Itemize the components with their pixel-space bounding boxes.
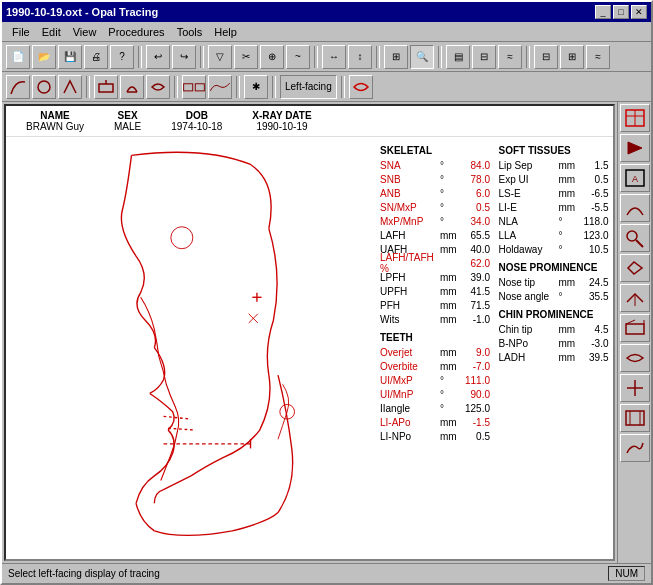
tool6[interactable]: ⊞ [384,45,408,69]
chin-title: CHIN PROMINENCE [499,309,610,320]
sidebar-btn-10[interactable] [620,374,650,402]
nose-title: NOSE PROMINENCE [499,262,610,273]
menu-edit[interactable]: Edit [36,24,67,40]
tool2[interactable]: ⊕ [260,45,284,69]
toolbar-2: ✱ Left-facing [2,72,651,102]
help-button[interactable]: ? [110,45,134,69]
trace-btn7[interactable] [182,75,206,99]
sex-label: SEX [118,110,138,121]
trace-btn8[interactable] [208,75,232,99]
measurement-unit: ° [440,216,460,227]
trace-btn5[interactable] [120,75,144,99]
trace-btn1[interactable] [6,75,30,99]
measurement-name: UPFH [380,286,440,297]
sidebar-btn-7[interactable] [620,284,650,312]
sidebar-btn-11[interactable] [620,404,650,432]
tool7[interactable]: ▤ [446,45,470,69]
measurement-name: MxP/MnP [380,216,440,227]
filter-button[interactable]: ▽ [208,45,232,69]
measurement-value: 0.5 [460,431,490,442]
measurement-row: LAFH/TAFH %62.0 [380,256,491,270]
sidebar-btn-9[interactable] [620,344,650,372]
tool11[interactable]: ⊞ [560,45,584,69]
measurement-unit: ° [440,375,460,386]
tool5[interactable]: ↕ [348,45,372,69]
tool1[interactable]: ✂ [234,45,258,69]
svg-line-22 [636,240,643,247]
measurement-name: Holdaway [499,244,559,255]
new-button[interactable]: 📄 [6,45,30,69]
sidebar-btn-6[interactable] [620,254,650,282]
zoom-button[interactable]: 🔍 [410,45,434,69]
menu-view[interactable]: View [67,24,103,40]
sidebar-btn-12[interactable] [620,434,650,462]
measurement-row: SNA°84.0 [380,158,491,172]
undo-button[interactable]: ↩ [146,45,170,69]
svg-point-21 [627,231,637,241]
tool12[interactable]: ≈ [586,45,610,69]
measurement-row: UI/MxP°111.0 [380,373,491,387]
measurement-value: 71.5 [460,300,490,311]
measurement-value: -1.5 [460,417,490,428]
measurement-row: LS-Emm-6.5 [499,186,610,200]
trace-btn10[interactable] [349,75,373,99]
measurement-name: LI-APo [380,417,440,428]
measurement-name: LPFH [380,272,440,283]
sidebar-btn-2[interactable] [620,134,650,162]
left-facing-button[interactable]: Left-facing [280,75,337,99]
measurement-unit: mm [440,300,460,311]
trace-btn9[interactable]: ✱ [244,75,268,99]
measurement-unit: mm [559,324,579,335]
tracing-area: SKELETAL SNA°84.0SNB°78.0ANB°6.0SN/MxP°0… [6,137,613,540]
tracing-svg [6,137,376,540]
measurement-unit: mm [559,352,579,363]
sep5 [438,46,442,68]
close-button[interactable]: ✕ [631,5,647,19]
tool10[interactable]: ⊟ [534,45,558,69]
minimize-button[interactable]: _ [595,5,611,19]
sidebar-btn-4[interactable] [620,194,650,222]
measurement-name: Nose tip [499,277,559,288]
sidebar-btn-8[interactable] [620,314,650,342]
soft-tissues-title: SOFT TISSUES [499,145,610,156]
measurement-value: -1.0 [460,314,490,325]
tool3[interactable]: ~ [286,45,310,69]
trace-btn3[interactable] [58,75,82,99]
menu-help[interactable]: Help [208,24,243,40]
tool9[interactable]: ≈ [498,45,522,69]
sidebar-btn-1[interactable] [620,104,650,132]
main-area: NAME BRAWN Guy SEX MALE DOB 1974-10-18 X… [2,102,651,563]
measurement-row: LI-APomm-1.5 [380,415,491,429]
menu-file[interactable]: File [6,24,36,40]
dob-label: DOB [186,110,208,121]
measurement-name: UI/MnP [380,389,440,400]
patient-sex-field: SEX MALE [114,110,141,132]
measurement-row: Holdaway°10.5 [499,242,610,256]
print-button[interactable]: 🖨 [84,45,108,69]
xray-label: X-RAY DATE [252,110,311,121]
tool4[interactable]: ↔ [322,45,346,69]
measurement-value: -5.5 [579,202,609,213]
measurement-value: 78.0 [460,174,490,185]
maximize-button[interactable]: □ [613,5,629,19]
sidebar-btn-3[interactable]: A [620,164,650,192]
measurement-value: 123.0 [579,230,609,241]
trace-btn2[interactable] [32,75,56,99]
measurement-row: LI-Emm-5.5 [499,200,610,214]
measurement-value: -3.0 [579,338,609,349]
menu-procedures[interactable]: Procedures [102,24,170,40]
svg-point-6 [171,227,193,249]
measurement-value: 0.5 [460,202,490,213]
tool8[interactable]: ⊟ [472,45,496,69]
measurement-unit: mm [559,277,579,288]
open-button[interactable]: 📂 [32,45,56,69]
trace-btn4[interactable] [94,75,118,99]
save-button[interactable]: 💾 [58,45,82,69]
trace-btn6[interactable] [146,75,170,99]
measurement-value: 39.5 [579,352,609,363]
menu-tools[interactable]: Tools [171,24,209,40]
sidebar-btn-5[interactable] [620,224,650,252]
redo-button[interactable]: ↪ [172,45,196,69]
measurement-value: 10.5 [579,244,609,255]
measurement-name: SNB [380,174,440,185]
